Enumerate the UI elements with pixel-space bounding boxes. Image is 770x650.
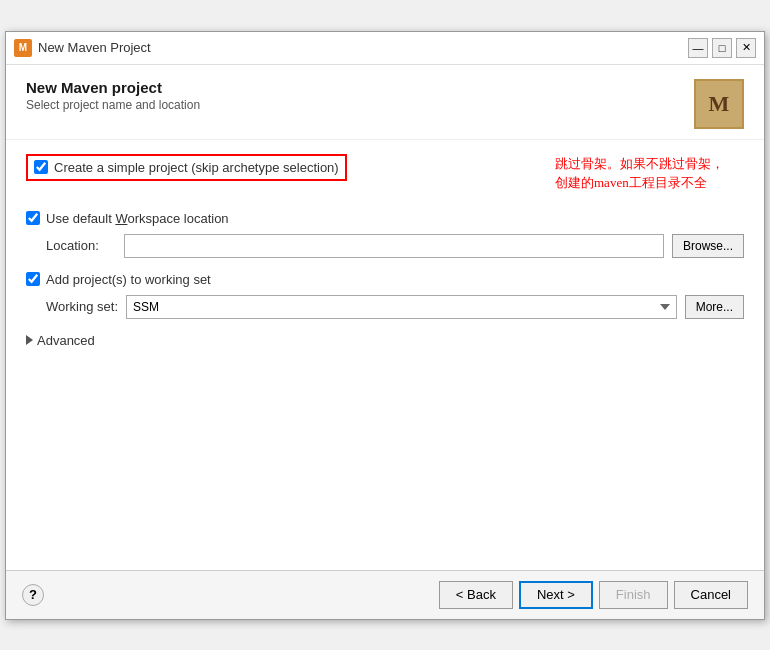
location-row: Location: Browse... bbox=[26, 234, 744, 258]
working-set-row: Working set: SSM More... bbox=[26, 295, 744, 319]
title-bar: M New Maven Project — □ ✕ bbox=[6, 32, 764, 65]
main-window: M New Maven Project — □ ✕ New Maven proj… bbox=[5, 31, 765, 620]
cancel-button[interactable]: Cancel bbox=[674, 581, 748, 609]
page-subtitle: Select project name and location bbox=[26, 98, 200, 112]
more-button[interactable]: More... bbox=[685, 295, 744, 319]
footer-buttons: < Back Next > Finish Cancel bbox=[439, 581, 748, 609]
header-text: New Maven project Select project name an… bbox=[26, 79, 200, 124]
finish-button[interactable]: Finish bbox=[599, 581, 668, 609]
add-to-working-set-text: Add project(s) to working set bbox=[46, 272, 211, 287]
working-set-select[interactable]: SSM bbox=[126, 295, 677, 319]
title-bar-left: M New Maven Project bbox=[14, 39, 151, 57]
simple-project-text: Create a simple project (skip archetype … bbox=[54, 160, 339, 175]
default-workspace-row: Use default Workspace location bbox=[26, 211, 744, 226]
working-set-checkbox-row: Add project(s) to working set bbox=[26, 272, 744, 287]
simple-project-label-row[interactable]: Create a simple project (skip archetype … bbox=[26, 154, 347, 181]
location-label: Location: bbox=[46, 238, 116, 253]
back-button[interactable]: < Back bbox=[439, 581, 513, 609]
advanced-triangle-icon bbox=[26, 335, 33, 345]
add-to-working-set-checkbox[interactable] bbox=[26, 272, 40, 286]
next-button[interactable]: Next > bbox=[519, 581, 593, 609]
annotation-line2: 创建的maven工程目录不全 bbox=[555, 173, 724, 193]
app-icon: M bbox=[14, 39, 32, 57]
default-workspace-label-row[interactable]: Use default Workspace location bbox=[26, 211, 229, 226]
annotation-line1: 跳过骨架。如果不跳过骨架， bbox=[555, 154, 724, 174]
window-title: New Maven Project bbox=[38, 40, 151, 55]
default-workspace-text: Use default Workspace location bbox=[46, 211, 229, 226]
window-controls: — □ ✕ bbox=[688, 38, 756, 58]
default-workspace-checkbox[interactable] bbox=[26, 211, 40, 225]
close-button[interactable]: ✕ bbox=[736, 38, 756, 58]
help-button[interactable]: ? bbox=[22, 584, 44, 606]
location-input[interactable] bbox=[124, 234, 664, 258]
maximize-button[interactable]: □ bbox=[712, 38, 732, 58]
page-header-area: New Maven project Select project name an… bbox=[6, 65, 764, 140]
page-title: New Maven project bbox=[26, 79, 200, 96]
footer-left: ? bbox=[22, 584, 44, 606]
simple-project-checkbox[interactable] bbox=[34, 160, 48, 174]
advanced-label: Advanced bbox=[37, 333, 95, 348]
add-to-working-set-label-row[interactable]: Add project(s) to working set bbox=[26, 272, 211, 287]
main-section: 跳过骨架。如果不跳过骨架， 创建的maven工程目录不全 Create a si… bbox=[6, 140, 764, 570]
annotation-bubble: 跳过骨架。如果不跳过骨架， 创建的maven工程目录不全 bbox=[555, 154, 724, 193]
minimize-button[interactable]: — bbox=[688, 38, 708, 58]
footer: ? < Back Next > Finish Cancel bbox=[6, 570, 764, 619]
working-set-label: Working set: bbox=[46, 299, 118, 314]
maven-logo: M bbox=[694, 79, 744, 129]
advanced-row[interactable]: Advanced bbox=[26, 333, 744, 348]
browse-button[interactable]: Browse... bbox=[672, 234, 744, 258]
